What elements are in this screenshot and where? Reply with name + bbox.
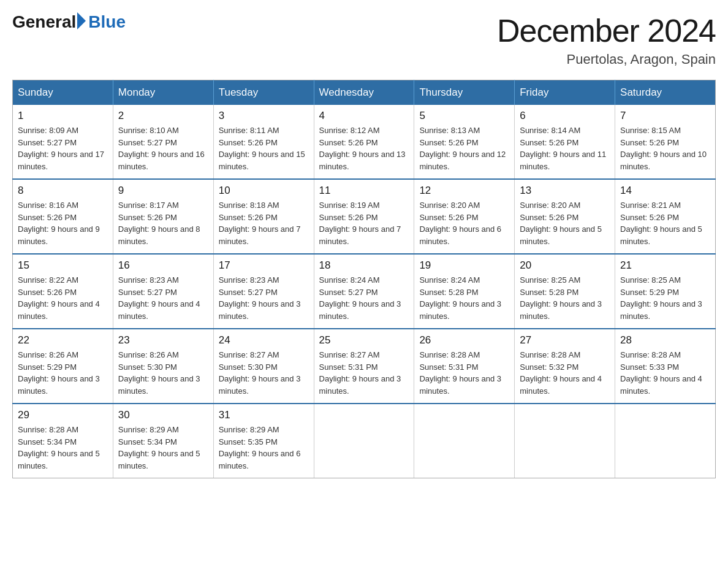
day-info: Sunrise: 8:13 AMSunset: 5:26 PMDaylight:… [419, 124, 509, 172]
day-number: 20 [520, 259, 610, 272]
calendar-cell: 19 Sunrise: 8:24 AMSunset: 5:28 PMDaylig… [414, 254, 515, 329]
calendar-table: SundayMondayTuesdayWednesdayThursdayFrid… [12, 80, 716, 478]
logo-blue-text: Blue [88, 12, 126, 32]
day-info: Sunrise: 8:26 AMSunset: 5:29 PMDaylight:… [18, 349, 108, 397]
calendar-cell: 13 Sunrise: 8:20 AMSunset: 5:26 PMDaylig… [515, 179, 615, 254]
day-info: Sunrise: 8:15 AMSunset: 5:26 PMDaylight:… [620, 124, 710, 172]
weekday-header-wednesday: Wednesday [314, 80, 414, 105]
day-number: 21 [620, 259, 710, 272]
day-info: Sunrise: 8:29 AMSunset: 5:35 PMDaylight:… [219, 424, 309, 472]
calendar-cell: 16 Sunrise: 8:23 AMSunset: 5:27 PMDaylig… [113, 254, 213, 329]
day-number: 13 [520, 185, 610, 197]
day-info: Sunrise: 8:11 AMSunset: 5:26 PMDaylight:… [219, 124, 309, 172]
day-number: 27 [520, 334, 610, 347]
week-row-3: 15 Sunrise: 8:22 AMSunset: 5:26 PMDaylig… [13, 254, 716, 329]
day-number: 19 [419, 259, 509, 272]
calendar-cell: 20 Sunrise: 8:25 AMSunset: 5:28 PMDaylig… [515, 254, 615, 329]
day-number: 10 [219, 185, 309, 197]
day-number: 29 [18, 409, 108, 421]
calendar-cell: 8 Sunrise: 8:16 AMSunset: 5:26 PMDayligh… [13, 179, 113, 254]
day-info: Sunrise: 8:23 AMSunset: 5:27 PMDaylight:… [219, 274, 309, 322]
calendar-cell: 24 Sunrise: 8:27 AMSunset: 5:30 PMDaylig… [213, 329, 314, 404]
location-title: Puertolas, Aragon, Spain [497, 52, 716, 67]
week-row-1: 1 Sunrise: 8:09 AMSunset: 5:27 PMDayligh… [13, 105, 716, 179]
calendar-cell: 14 Sunrise: 8:21 AMSunset: 5:26 PMDaylig… [615, 179, 716, 254]
day-info: Sunrise: 8:23 AMSunset: 5:27 PMDaylight:… [118, 274, 208, 322]
calendar-cell: 9 Sunrise: 8:17 AMSunset: 5:26 PMDayligh… [113, 179, 213, 254]
page-header: General Blue December 2024 Puertolas, Ar… [12, 12, 716, 67]
weekday-header-tuesday: Tuesday [213, 80, 314, 105]
day-number: 1 [18, 110, 108, 122]
calendar-cell: 29 Sunrise: 8:28 AMSunset: 5:34 PMDaylig… [13, 404, 113, 478]
day-info: Sunrise: 8:29 AMSunset: 5:34 PMDaylight:… [118, 424, 208, 472]
day-number: 4 [319, 110, 409, 122]
logo: General Blue [12, 12, 126, 32]
weekday-header-row: SundayMondayTuesdayWednesdayThursdayFrid… [13, 80, 716, 105]
calendar-cell [314, 404, 414, 478]
day-number: 18 [319, 259, 409, 272]
day-info: Sunrise: 8:18 AMSunset: 5:26 PMDaylight:… [219, 199, 309, 247]
week-row-4: 22 Sunrise: 8:26 AMSunset: 5:29 PMDaylig… [13, 329, 716, 404]
day-info: Sunrise: 8:26 AMSunset: 5:30 PMDaylight:… [118, 349, 208, 397]
day-info: Sunrise: 8:20 AMSunset: 5:26 PMDaylight:… [520, 199, 610, 247]
logo-general-text: General [12, 12, 76, 32]
calendar-cell: 28 Sunrise: 8:28 AMSunset: 5:33 PMDaylig… [615, 329, 716, 404]
calendar-cell: 26 Sunrise: 8:28 AMSunset: 5:31 PMDaylig… [414, 329, 515, 404]
calendar-cell: 25 Sunrise: 8:27 AMSunset: 5:31 PMDaylig… [314, 329, 414, 404]
day-number: 31 [219, 409, 309, 421]
day-number: 8 [18, 185, 108, 197]
day-info: Sunrise: 8:10 AMSunset: 5:27 PMDaylight:… [118, 124, 208, 172]
day-info: Sunrise: 8:28 AMSunset: 5:31 PMDaylight:… [419, 349, 509, 397]
day-info: Sunrise: 8:27 AMSunset: 5:31 PMDaylight:… [319, 349, 409, 397]
calendar-cell: 23 Sunrise: 8:26 AMSunset: 5:30 PMDaylig… [113, 329, 213, 404]
day-info: Sunrise: 8:16 AMSunset: 5:26 PMDaylight:… [18, 199, 108, 247]
day-info: Sunrise: 8:27 AMSunset: 5:30 PMDaylight:… [219, 349, 309, 397]
title-section: December 2024 Puertolas, Aragon, Spain [497, 12, 716, 67]
calendar-cell [414, 404, 515, 478]
day-number: 30 [118, 409, 208, 421]
calendar-cell: 31 Sunrise: 8:29 AMSunset: 5:35 PMDaylig… [213, 404, 314, 478]
weekday-header-monday: Monday [113, 80, 213, 105]
week-row-5: 29 Sunrise: 8:28 AMSunset: 5:34 PMDaylig… [13, 404, 716, 478]
calendar-cell: 30 Sunrise: 8:29 AMSunset: 5:34 PMDaylig… [113, 404, 213, 478]
day-number: 17 [219, 259, 309, 272]
day-info: Sunrise: 8:24 AMSunset: 5:27 PMDaylight:… [319, 274, 409, 322]
day-number: 12 [419, 185, 509, 197]
day-number: 5 [419, 110, 509, 122]
calendar-cell: 15 Sunrise: 8:22 AMSunset: 5:26 PMDaylig… [13, 254, 113, 329]
calendar-cell: 18 Sunrise: 8:24 AMSunset: 5:27 PMDaylig… [314, 254, 414, 329]
day-number: 14 [620, 185, 710, 197]
day-info: Sunrise: 8:19 AMSunset: 5:26 PMDaylight:… [319, 199, 409, 247]
calendar-cell: 7 Sunrise: 8:15 AMSunset: 5:26 PMDayligh… [615, 105, 716, 179]
day-info: Sunrise: 8:25 AMSunset: 5:29 PMDaylight:… [620, 274, 710, 322]
day-number: 2 [118, 110, 208, 122]
weekday-header-saturday: Saturday [615, 80, 716, 105]
calendar-cell: 10 Sunrise: 8:18 AMSunset: 5:26 PMDaylig… [213, 179, 314, 254]
calendar-cell: 4 Sunrise: 8:12 AMSunset: 5:26 PMDayligh… [314, 105, 414, 179]
day-number: 9 [118, 185, 208, 197]
day-info: Sunrise: 8:14 AMSunset: 5:26 PMDaylight:… [520, 124, 610, 172]
calendar-cell: 3 Sunrise: 8:11 AMSunset: 5:26 PMDayligh… [213, 105, 314, 179]
week-row-2: 8 Sunrise: 8:16 AMSunset: 5:26 PMDayligh… [13, 179, 716, 254]
calendar-cell: 17 Sunrise: 8:23 AMSunset: 5:27 PMDaylig… [213, 254, 314, 329]
day-number: 24 [219, 334, 309, 347]
day-number: 26 [419, 334, 509, 347]
day-number: 11 [319, 185, 409, 197]
day-info: Sunrise: 8:25 AMSunset: 5:28 PMDaylight:… [520, 274, 610, 322]
calendar-cell [615, 404, 716, 478]
weekday-header-thursday: Thursday [414, 80, 515, 105]
day-info: Sunrise: 8:28 AMSunset: 5:32 PMDaylight:… [520, 349, 610, 397]
day-number: 23 [118, 334, 208, 347]
day-number: 3 [219, 110, 309, 122]
day-number: 6 [520, 110, 610, 122]
calendar-cell: 21 Sunrise: 8:25 AMSunset: 5:29 PMDaylig… [615, 254, 716, 329]
weekday-header-sunday: Sunday [13, 80, 113, 105]
day-number: 7 [620, 110, 710, 122]
calendar-cell: 6 Sunrise: 8:14 AMSunset: 5:26 PMDayligh… [515, 105, 615, 179]
month-title: December 2024 [497, 12, 716, 49]
day-info: Sunrise: 8:22 AMSunset: 5:26 PMDaylight:… [18, 274, 108, 322]
day-info: Sunrise: 8:28 AMSunset: 5:33 PMDaylight:… [620, 349, 710, 397]
day-number: 15 [18, 259, 108, 272]
calendar-cell: 5 Sunrise: 8:13 AMSunset: 5:26 PMDayligh… [414, 105, 515, 179]
day-number: 25 [319, 334, 409, 347]
